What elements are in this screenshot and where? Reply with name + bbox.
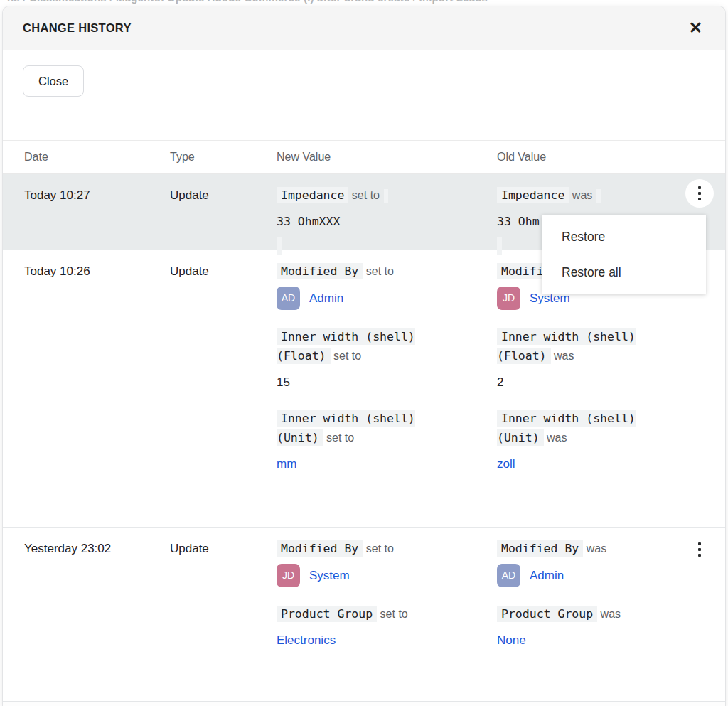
column-header-type: Type	[170, 151, 277, 164]
user-link[interactable]: System	[309, 566, 350, 585]
old-value-cell: Modified By wasADAdminProduct Group wasN…	[497, 539, 683, 701]
change-connector: was	[554, 350, 574, 362]
change-entry: Inner width (shell) (Unit) set tomm	[277, 409, 467, 474]
column-header-date: Date	[24, 151, 170, 164]
avatar: JD	[277, 564, 300, 587]
field-chip: Modified By	[277, 540, 363, 557]
value-text: 15	[277, 373, 467, 392]
change-connector: was	[572, 189, 592, 201]
field-chip: Impedance	[497, 187, 569, 203]
value-link[interactable]: None	[497, 633, 526, 647]
cell-new: Modified By set toJDSystemProduct Group …	[277, 539, 467, 650]
change-label: Inner width (shell) (Unit) set to	[277, 409, 467, 447]
field-chip: Impedance	[277, 187, 348, 203]
change-entry: Product Group set toElectronics	[277, 604, 467, 650]
change-label: Modified By set to	[277, 539, 467, 558]
new-value-cell: Impedance set to33 OhmXXX	[277, 186, 497, 272]
field-chip: Product Group	[277, 606, 377, 622]
modal-title: CHANGE HISTORY	[23, 21, 132, 35]
row-actions	[683, 262, 714, 527]
table-row: Yesterday 23:02UpdateModified By set toJ…	[3, 528, 725, 702]
diff-artifact	[384, 189, 388, 203]
avatar: JD	[497, 287, 520, 310]
row-type: Update	[170, 539, 277, 701]
value-link[interactable]: mm	[277, 457, 296, 471]
modal-footer	[3, 701, 725, 706]
value-line: mm	[277, 454, 467, 474]
change-connector: set to	[333, 350, 361, 362]
change-entry: Product Group wasNone	[497, 604, 683, 650]
kebab-icon	[698, 542, 701, 557]
change-entry: Modified By wasADAdmin	[497, 539, 683, 587]
menu-item-restore[interactable]: Restore	[542, 219, 706, 255]
avatar: AD	[497, 564, 520, 587]
change-label: Modified By was	[497, 539, 683, 558]
change-label: Inner width (shell) (Float) was	[497, 327, 683, 365]
kebab-menu-button[interactable]	[685, 535, 714, 564]
change-connector: set to	[380, 608, 408, 620]
change-label: Inner width (shell) (Float) set to	[277, 327, 467, 365]
change-connector: was	[547, 432, 567, 444]
change-connector: was	[587, 542, 606, 555]
value-text: 33 OhmXXX	[277, 212, 467, 231]
avatar: AD	[277, 287, 300, 310]
change-label: Inner width (shell) (Unit) was	[497, 409, 683, 447]
value-line: None	[497, 631, 683, 650]
row-date: Today 10:26	[24, 262, 170, 527]
page: ns / Classifications / Magento: Update A…	[0, 0, 728, 706]
diff-artifact	[497, 237, 502, 255]
change-entry: Modified By set toJDSystem	[277, 539, 467, 587]
value-line: Electronics	[277, 631, 467, 650]
row-date: Today 10:27	[24, 186, 170, 272]
close-button[interactable]: Close	[23, 65, 84, 97]
user-link[interactable]: Admin	[530, 566, 564, 585]
menu-item-restore-all[interactable]: Restore all	[542, 255, 706, 290]
diff-artifact	[277, 237, 282, 255]
change-connector: set to	[366, 542, 394, 555]
value-text: 2	[497, 373, 683, 392]
change-entry: Modified By set toADAdmin	[277, 262, 467, 310]
change-entry: Inner width (shell) (Unit) waszoll	[497, 409, 683, 474]
value-link[interactable]: Electronics	[277, 633, 336, 647]
value-link[interactable]: zoll	[497, 457, 515, 471]
close-icon[interactable]: ✕	[686, 18, 705, 38]
cell-old: Modified By wasADAdminProduct Group wasN…	[497, 539, 683, 650]
table-header: Date Type New Value Old Value	[3, 140, 725, 174]
row-context-menu: Restore Restore all	[542, 215, 706, 294]
field-chip: Modified By	[497, 540, 583, 557]
change-label: Product Group was	[497, 604, 683, 624]
change-label: Impedance was	[497, 186, 683, 205]
user-value: ADAdmin	[497, 564, 683, 587]
change-connector: was	[601, 608, 621, 620]
change-entry: Impedance set to33 OhmXXX	[277, 186, 467, 255]
field-chip: Product Group	[497, 606, 597, 622]
user-link[interactable]: Admin	[309, 289, 343, 308]
row-actions	[683, 539, 714, 701]
old-value-cell: Modified By wasJDSystemInner width (shel…	[497, 262, 683, 527]
cell-new: Impedance set to33 OhmXXX	[277, 186, 467, 255]
change-entry: Inner width (shell) (Float) was2	[497, 327, 683, 392]
change-connector: set to	[366, 265, 394, 277]
kebab-menu-button[interactable]	[685, 179, 714, 208]
user-value: ADAdmin	[277, 287, 467, 310]
modal-header: CHANGE HISTORY ✕	[3, 6, 725, 50]
new-value-cell: Modified By set toADAdminInner width (sh…	[277, 262, 497, 527]
column-header-old-value: Old Value	[497, 151, 683, 164]
kebab-icon	[698, 186, 701, 200]
new-value-cell: Modified By set toJDSystemProduct Group …	[277, 539, 497, 701]
cell-new: Modified By set toADAdminInner width (sh…	[277, 262, 467, 474]
change-label: Product Group set to	[277, 604, 467, 624]
change-label: Modified By set to	[277, 262, 467, 281]
change-connector: set to	[326, 432, 354, 444]
change-history-modal: CHANGE HISTORY ✕ Close Date Type New Val…	[2, 6, 726, 706]
user-value: JDSystem	[277, 564, 467, 587]
row-date: Yesterday 23:02	[24, 539, 170, 701]
diff-artifact	[596, 189, 601, 203]
change-connector: set to	[352, 189, 380, 201]
row-type: Update	[170, 186, 277, 272]
background-breadcrumb: ns / Classifications / Magento: Update A…	[7, 0, 488, 4]
change-entry: Inner width (shell) (Float) set to15	[277, 327, 467, 392]
value-line: zoll	[497, 454, 683, 474]
row-type: Update	[170, 262, 277, 527]
column-header-new-value: New Value	[277, 151, 497, 164]
